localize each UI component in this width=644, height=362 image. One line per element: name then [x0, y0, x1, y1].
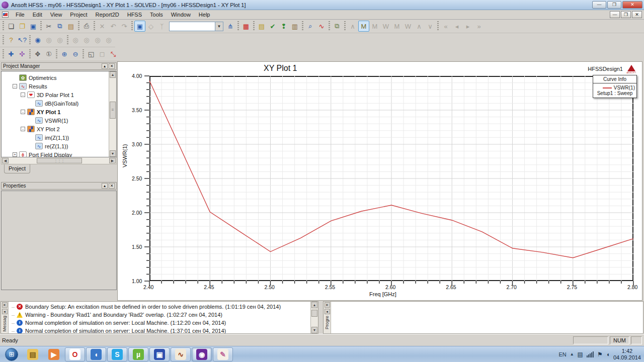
material-combo[interactable]: ▼ — [169, 22, 223, 31]
filter-icon[interactable]: ⋔ — [225, 21, 236, 32]
collapse-icon[interactable]: ◂ — [2, 309, 8, 314]
menu-hfss[interactable]: HFSS — [123, 11, 146, 19]
tree-item-optimetrics[interactable]: ✿Optimetrics — [2, 73, 108, 82]
menu-tools[interactable]: Tools — [146, 11, 167, 19]
results-icon[interactable]: ▥ — [289, 21, 300, 32]
menu-file[interactable]: File — [12, 11, 29, 19]
opera-icon[interactable]: O — [65, 347, 85, 361]
profile-icon[interactable]: ▤ — [256, 21, 267, 32]
scroll-up-icon[interactable]: ▲ — [110, 71, 116, 78]
scroll-down-icon[interactable]: ▼ — [311, 327, 317, 333]
message-row[interactable]: –✕Boundary Setup: An excitation must be … — [10, 303, 310, 311]
cut-icon[interactable]: ✂ — [43, 21, 54, 32]
collapse-icon[interactable]: - — [21, 127, 25, 131]
validate-icon[interactable]: ✔ — [267, 21, 278, 32]
close-button[interactable]: ✕ — [622, 1, 642, 9]
utorrent-icon[interactable]: µ — [128, 347, 148, 361]
install-tray-icon[interactable]: ▤ — [578, 351, 583, 358]
fit-all-icon[interactable]: ◱ — [86, 49, 97, 60]
scroll-left-icon[interactable]: ◀ — [2, 158, 9, 163]
menu-edit[interactable]: Edit — [29, 11, 46, 19]
analyze-icon[interactable]: ❢ — [278, 21, 289, 32]
pan-icon[interactable]: ✥ — [32, 49, 43, 60]
message-scrollbar[interactable]: ▲ ▼ — [310, 302, 318, 333]
menu-window[interactable]: Window — [167, 11, 195, 19]
scrollbar-thumb[interactable]: ≡ — [110, 102, 116, 119]
restore-button[interactable]: ❐ — [607, 1, 621, 9]
copy-icon[interactable]: ⧉ — [54, 21, 65, 32]
tab-project[interactable]: Project — [4, 164, 30, 173]
report-icon[interactable]: ∿ — [316, 21, 327, 32]
context-help-icon[interactable]: ↖? — [17, 35, 28, 46]
sketch-icon[interactable]: ∿ — [171, 347, 191, 361]
action-center-icon[interactable]: ⚑ — [597, 351, 603, 358]
boolean-add-icon[interactable]: ✚ — [6, 49, 17, 60]
child-close-button[interactable]: ✕ — [632, 11, 642, 18]
tree-item-xy-plot-2[interactable]: -▞XY Plot 2 — [2, 125, 108, 133]
mesh-icon[interactable]: ▦ — [240, 21, 252, 32]
scroll-up-icon[interactable]: ▲ — [311, 302, 317, 308]
explorer-icon[interactable]: ▤ — [23, 347, 43, 361]
help-topics-icon[interactable]: ? — [6, 35, 17, 46]
orient-icon[interactable]: ✣ — [17, 49, 28, 60]
new-icon[interactable]: ❏ — [6, 21, 17, 32]
show-hidden-icons[interactable]: ▲ — [570, 352, 574, 356]
paint-icon[interactable]: ✎ — [213, 347, 233, 361]
curve-info-legend[interactable]: Curve Info VSWR(1) Setup1 : Sweep — [593, 75, 637, 98]
ansoft-hfss-icon[interactable]: ◉ — [192, 347, 212, 361]
chevron-down-icon[interactable]: ▼ — [215, 22, 223, 31]
save-icon[interactable]: ▣ — [28, 21, 39, 32]
tree-item-vswr-1-[interactable]: ∿VSWR(1) — [2, 116, 108, 125]
child-minimize-button[interactable]: — — [610, 11, 620, 18]
rotate-icon[interactable]: ① — [43, 49, 54, 60]
max-marker-icon[interactable]: M — [358, 21, 369, 32]
axes-icon[interactable]: ⤡ — [108, 49, 119, 60]
message-row[interactable]: –!Warning - Boundary 'Rad1' and Boundary… — [10, 311, 310, 319]
scroll-right-icon[interactable]: ▶ — [109, 158, 116, 163]
minimize-button[interactable]: — — [592, 1, 606, 9]
expand-icon[interactable]: + — [13, 152, 17, 157]
show-all-icon[interactable]: ◉ — [32, 35, 43, 46]
scroll-down-icon[interactable]: ▼ — [110, 150, 116, 157]
speaker-icon[interactable]: ◖ — [606, 351, 610, 358]
tree-item-results[interactable]: -∿Results — [2, 82, 108, 90]
paste-icon[interactable]: ▤ — [65, 21, 76, 32]
language-indicator[interactable]: EN — [558, 351, 566, 357]
menu-project[interactable]: Project — [66, 11, 91, 19]
print-icon[interactable]: ⎙ — [81, 21, 92, 32]
collapse-icon[interactable]: - — [21, 93, 25, 97]
pin-icon[interactable]: ▴ — [102, 63, 108, 69]
skype-icon[interactable]: S — [107, 347, 127, 361]
taskbar-clock[interactable]: 1:42 04.09.2014 — [613, 348, 641, 361]
collapse-icon[interactable]: ◂ — [325, 309, 330, 314]
message-row[interactable]: –iNormal completion of simulation on ser… — [10, 319, 310, 327]
close-icon[interactable]: ✕ — [109, 63, 115, 69]
volume-app-icon[interactable]: ◖ — [86, 347, 106, 361]
child-restore-button[interactable]: ❐ — [621, 11, 631, 18]
menu-view[interactable]: View — [46, 11, 66, 19]
tree-item-re-z-1-1-[interactable]: ∿re(Z(1,1)) — [2, 142, 108, 150]
save-tool-icon[interactable]: ▣ — [149, 347, 170, 361]
plot-area[interactable] — [149, 76, 633, 281]
scrollbar-thumb[interactable]: ⋮⋮⋮ — [37, 158, 82, 163]
document-icon[interactable] — [2, 12, 9, 18]
model-view-icon[interactable]: ▣ — [134, 21, 145, 32]
collapse-icon[interactable]: - — [13, 84, 17, 88]
tree-vertical-scrollbar[interactable]: ▲ ≡ ▼ — [109, 71, 116, 157]
pin-icon[interactable]: ▴ — [102, 183, 108, 189]
tree-item-3d-polar-plot-1[interactable]: -❤3D Polar Plot 1 — [2, 90, 108, 99]
message-row[interactable]: –iNormal completion of simulation on ser… — [10, 327, 310, 333]
tree-item-im-z-1-1-[interactable]: ∿im(Z(1,1)) — [2, 133, 108, 142]
copy-report-icon[interactable]: ⧉ — [332, 21, 343, 32]
close-icon[interactable]: ✕ — [109, 183, 115, 189]
collapse-icon[interactable]: - — [21, 110, 25, 114]
menu-report2d[interactable]: Report2D — [92, 11, 123, 19]
menu-help[interactable]: Help — [195, 11, 214, 19]
tree-item-xy-plot-1[interactable]: -▞XY Plot 1 — [2, 108, 108, 116]
zoom-curve-icon[interactable]: ⌕ — [305, 21, 316, 32]
zoom-out-icon[interactable]: ⊖ — [70, 49, 81, 60]
potplayer-icon[interactable]: ▶ — [44, 347, 64, 361]
network-signal-icon[interactable] — [587, 351, 594, 357]
close-icon[interactable]: ✕ — [2, 302, 8, 308]
tree-item-port-field-display[interactable]: +ɸPort Field Display — [2, 150, 108, 157]
